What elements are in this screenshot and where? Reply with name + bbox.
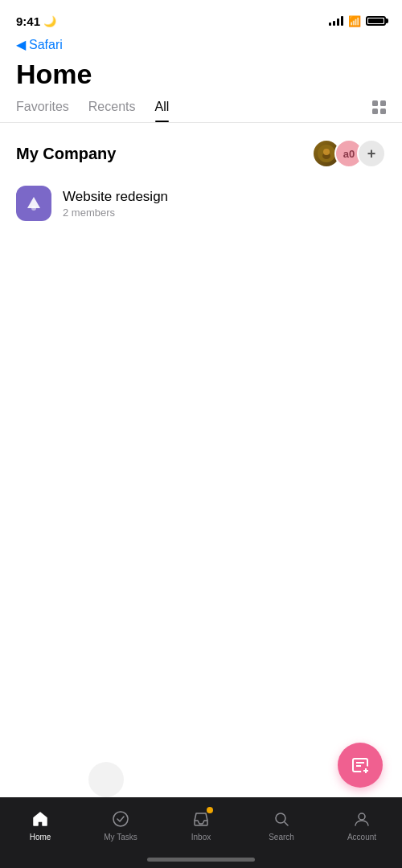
project-name: Website redesign [63,189,168,205]
project-type-icon [23,193,44,214]
nav-my-tasks-label: My Tasks [104,833,137,841]
nav-home[interactable]: Home [0,805,80,841]
project-members: 2 members [63,207,168,219]
battery-icon [366,16,386,26]
back-navigation[interactable]: ◀ Safari [0,35,402,52]
search-icon [271,809,292,829]
member-avatars[interactable]: a0 + [312,139,386,168]
svg-point-3 [31,206,36,211]
signal-icon [329,16,343,26]
grid-icon [372,100,386,114]
tab-recents[interactable]: Recents [88,100,136,122]
nav-search-label: Search [269,833,294,841]
svg-point-11 [276,813,285,823]
bottom-tab-bar: Home My Tasks Inbox Searc [0,797,402,868]
wifi-icon: 📶 [348,15,361,27]
section-title: My Company [16,145,116,163]
back-label: Safari [29,38,63,52]
grid-view-button[interactable] [372,100,386,122]
status-icons: 📶 [329,15,386,27]
inbox-badge [207,807,213,813]
nav-account[interactable]: Account [322,805,402,841]
nav-inbox-label: Inbox [191,833,211,841]
status-time: 9:41 [16,14,40,28]
project-icon [16,186,51,221]
tab-all[interactable]: All [155,100,170,122]
home-icon [30,809,51,829]
my-tasks-icon [110,809,131,829]
project-item[interactable]: Website redesign 2 members [0,178,402,229]
nav-inbox[interactable]: Inbox [161,805,241,841]
svg-point-10 [113,812,128,826]
svg-point-12 [359,813,365,820]
nav-search[interactable]: Search [241,805,322,841]
fab-icon [349,754,371,776]
tabs-bar: Favorites Recents All [0,90,402,123]
project-info: Website redesign 2 members [63,189,168,219]
inbox-icon [191,809,211,829]
status-bar: 9:41 🌙 📶 [0,0,402,35]
svg-point-2 [323,149,330,155]
section-header: My Company a0 + [0,123,402,178]
ghost-circle [88,762,124,797]
tab-favorites[interactable]: Favorites [16,100,69,122]
home-indicator [147,858,255,862]
back-arrow-icon: ◀ [16,37,26,52]
create-task-fab[interactable] [338,743,383,788]
moon-icon: 🌙 [43,15,56,27]
account-icon [351,809,372,829]
nav-my-tasks[interactable]: My Tasks [80,805,161,841]
add-member-button[interactable]: + [357,139,386,168]
nav-home-label: Home [30,833,51,841]
nav-account-label: Account [347,833,376,841]
page-title: Home [0,52,402,90]
